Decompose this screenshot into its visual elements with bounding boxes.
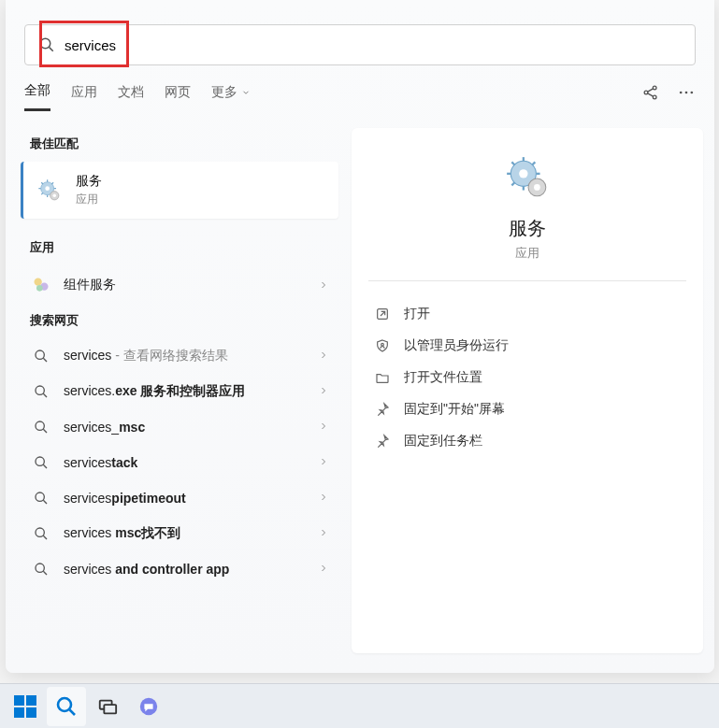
preview-subtitle: 应用 <box>368 245 686 262</box>
web-result-item[interactable]: servicestack <box>21 445 340 480</box>
action-run-admin[interactable]: 以管理员身份运行 <box>368 330 686 362</box>
gear-icon <box>504 154 551 201</box>
web-result-label: services and controller app <box>64 562 305 577</box>
section-apps: 应用 <box>21 232 340 265</box>
chevron-right-icon <box>318 385 329 396</box>
search-bar-container <box>6 0 714 65</box>
tab-docs[interactable]: 文档 <box>118 84 144 110</box>
action-admin-label: 以管理员身份运行 <box>404 337 509 354</box>
web-result-label: services_msc <box>64 420 305 435</box>
action-open-location[interactable]: 打开文件位置 <box>368 362 686 393</box>
web-result-item[interactable]: services and controller app <box>21 551 340 587</box>
web-result-label: services.exe 服务和控制器应用 <box>64 383 305 400</box>
svg-point-54 <box>58 698 71 711</box>
svg-line-1 <box>50 48 53 51</box>
web-result-label: services msc找不到 <box>64 525 305 542</box>
task-view-button[interactable] <box>88 687 127 726</box>
best-match-item[interactable]: 服务 应用 <box>21 162 338 219</box>
svg-point-25 <box>36 350 44 359</box>
svg-point-40 <box>519 169 527 178</box>
svg-point-50 <box>534 184 540 191</box>
action-open-label: 打开 <box>404 306 430 322</box>
tabs-row: 全部 应用 文档 网页 更多 <box>6 65 714 111</box>
taskbar <box>0 683 719 728</box>
svg-rect-57 <box>104 705 116 713</box>
svg-point-31 <box>36 457 44 465</box>
action-pin-taskbar[interactable]: 固定到任务栏 <box>368 425 686 457</box>
chat-icon <box>138 696 159 717</box>
tab-all[interactable]: 全部 <box>24 82 50 111</box>
web-result-item[interactable]: services - 查看网络搜索结果 <box>21 338 340 374</box>
more-icon[interactable] <box>677 83 696 102</box>
web-result-item[interactable]: services msc找不到 <box>21 516 340 551</box>
search-icon <box>34 526 49 541</box>
web-result-label: servicestack <box>64 455 305 470</box>
web-result-label: services - 查看网络搜索结果 <box>64 348 305 364</box>
windows-logo-icon <box>14 695 36 718</box>
chevron-right-icon <box>318 279 329 291</box>
svg-point-3 <box>653 86 656 90</box>
tab-more[interactable]: 更多 <box>211 84 251 110</box>
svg-line-34 <box>43 500 47 504</box>
results-column: 最佳匹配 服务 应用 应用 组件服务 <box>21 128 340 653</box>
search-input[interactable] <box>65 37 682 53</box>
search-icon <box>34 562 49 577</box>
svg-point-35 <box>36 528 44 536</box>
chevron-right-icon <box>318 492 329 503</box>
search-icon <box>38 36 55 53</box>
search-panel: 全部 应用 文档 网页 更多 最佳匹配 服务 <box>6 0 714 673</box>
admin-icon <box>375 338 390 353</box>
search-bar[interactable] <box>24 24 696 65</box>
svg-line-32 <box>43 464 47 468</box>
action-location-label: 打开文件位置 <box>404 369 482 386</box>
search-icon <box>34 349 49 364</box>
search-icon <box>34 420 49 435</box>
search-icon <box>34 455 49 470</box>
svg-point-33 <box>36 492 44 501</box>
start-button[interactable] <box>6 687 45 726</box>
web-result-item[interactable]: services_msc <box>21 409 340 445</box>
open-icon <box>375 307 390 321</box>
action-pin-start[interactable]: 固定到"开始"屏幕 <box>368 393 686 425</box>
svg-line-5 <box>648 88 654 91</box>
chevron-right-icon <box>318 350 329 361</box>
chevron-right-icon <box>318 563 329 574</box>
action-pin-taskbar-label: 固定到任务栏 <box>404 433 482 450</box>
taskbar-search-button[interactable] <box>47 687 86 726</box>
tab-web[interactable]: 网页 <box>165 84 191 110</box>
svg-line-52 <box>381 311 385 316</box>
gear-icon <box>36 178 63 204</box>
web-result-item[interactable]: services.exe 服务和控制器应用 <box>21 374 340 409</box>
tab-more-label: 更多 <box>211 84 237 101</box>
content-area: 最佳匹配 服务 应用 应用 组件服务 <box>6 111 714 653</box>
svg-line-47 <box>511 182 514 185</box>
svg-line-28 <box>43 393 47 397</box>
app-result-label: 组件服务 <box>64 277 305 293</box>
chevron-down-icon <box>241 88 251 97</box>
folder-icon <box>375 370 390 385</box>
task-view-icon <box>97 696 118 717</box>
svg-line-18 <box>41 193 43 194</box>
tab-apps[interactable]: 应用 <box>71 84 97 110</box>
web-result-label: servicespipetimeout <box>64 491 305 506</box>
svg-point-7 <box>680 91 683 93</box>
svg-line-48 <box>532 162 535 164</box>
svg-point-37 <box>36 564 44 572</box>
search-icon <box>34 384 49 399</box>
svg-point-8 <box>685 91 688 93</box>
svg-line-55 <box>70 709 76 715</box>
divider <box>368 280 686 281</box>
preview-pane: 服务 应用 打开 以管理员身份运行 打开文件位置 固定到"开始"屏幕 <box>352 128 703 653</box>
svg-line-16 <box>41 182 43 184</box>
action-open[interactable]: 打开 <box>368 298 686 330</box>
preview-title: 服务 <box>368 216 686 241</box>
taskbar-chat-button[interactable] <box>129 687 168 726</box>
action-pin-start-label: 固定到"开始"屏幕 <box>404 401 505 418</box>
share-icon[interactable] <box>641 83 660 102</box>
svg-line-19 <box>51 182 53 184</box>
svg-line-26 <box>43 358 47 362</box>
web-result-item[interactable]: servicespipetimeout <box>21 480 340 516</box>
search-icon <box>55 695 78 718</box>
search-icon <box>34 491 49 506</box>
app-result-item[interactable]: 组件服务 <box>21 265 340 305</box>
